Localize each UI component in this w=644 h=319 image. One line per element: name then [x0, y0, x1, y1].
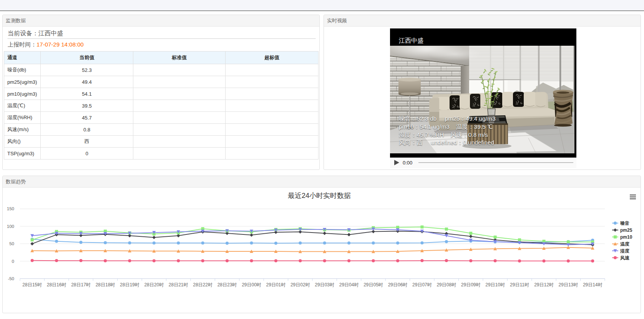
svg-text:湿度: 湿度: [620, 248, 629, 254]
svg-text:29日09时: 29日09时: [461, 282, 481, 287]
svg-text:噪音: 噪音: [620, 221, 629, 226]
svg-text:29日14时: 29日14时: [583, 282, 603, 287]
svg-text:28日23时: 28日23时: [217, 282, 237, 287]
svg-text:28日21时: 28日21时: [169, 282, 188, 287]
svg-text:29日02时: 29日02时: [290, 282, 310, 287]
svg-text:28日18时: 28日18时: [96, 282, 115, 287]
svg-text:29日08时: 29日08时: [437, 282, 456, 287]
svg-text:0: 0: [12, 259, 14, 264]
svg-text:28日16时: 28日16时: [47, 282, 66, 287]
svg-text:29日05时: 29日05时: [363, 282, 383, 287]
svg-text:29日07时: 29日07时: [412, 282, 432, 287]
svg-text:pm10: pm10: [620, 234, 632, 240]
svg-text:50: 50: [9, 241, 14, 246]
svg-text:29日00时: 29日00时: [242, 282, 261, 287]
svg-text:28日20时: 28日20时: [144, 282, 164, 287]
svg-text:29日04时: 29日04时: [339, 282, 359, 287]
svg-text:29日11时: 29日11时: [510, 282, 529, 287]
svg-text:-50: -50: [8, 276, 14, 281]
svg-text:风速: 风速: [620, 255, 630, 261]
svg-text:29日13时: 29日13时: [559, 282, 578, 287]
svg-text:29日03时: 29日03时: [315, 282, 334, 287]
svg-text:温度: 温度: [620, 241, 629, 247]
svg-text:29日12时: 29日12时: [534, 282, 554, 287]
svg-text:28日22时: 28日22时: [193, 282, 212, 287]
svg-text:150: 150: [7, 206, 14, 211]
svg-text:28日15时: 28日15时: [22, 282, 42, 287]
svg-text:29日01时: 29日01时: [266, 282, 286, 287]
svg-text:最近24小时实时数据: 最近24小时实时数据: [288, 192, 351, 199]
svg-text:pm25: pm25: [620, 228, 632, 233]
svg-text:28日17时: 28日17时: [71, 282, 91, 287]
svg-text:29日10时: 29日10时: [485, 282, 505, 287]
svg-text:29日06时: 29日06时: [388, 282, 408, 287]
svg-text:28日19时: 28日19时: [120, 282, 139, 287]
svg-text:100: 100: [7, 224, 14, 229]
